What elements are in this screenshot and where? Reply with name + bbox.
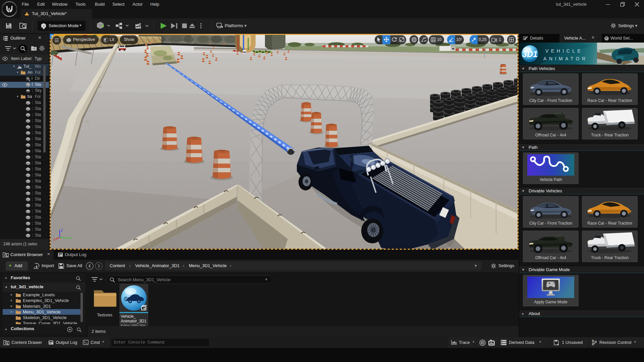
- svg-text:X: X: [53, 238, 56, 242]
- svg-text:Z: Z: [61, 228, 63, 232]
- svg-text:VEHICLE: VEHICLE: [545, 48, 583, 54]
- svg-text:Y: Y: [69, 236, 72, 240]
- svg-text:3D1: 3D1: [522, 49, 538, 59]
- svg-text:ANIMATOR: ANIMATOR: [543, 56, 588, 61]
